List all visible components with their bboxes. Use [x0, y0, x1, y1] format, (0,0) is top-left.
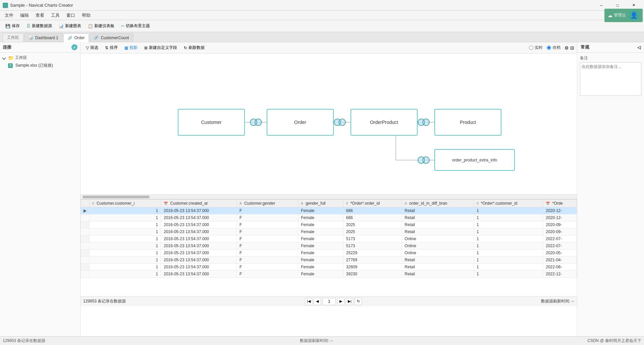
h-scroll-thumb[interactable] — [83, 196, 150, 198]
table-cell: Female — [298, 257, 343, 264]
col-header-order-brand[interactable]: A order_id_in_diff_bran — [402, 200, 474, 207]
tree-file-label: Sample.xlsx (已链接) — [15, 63, 53, 68]
last-page-btn[interactable]: ▶| — [346, 298, 353, 305]
col-icon-7: 📅 — [546, 202, 550, 205]
tree-item-workspace[interactable]: 📁 工作区 — [1, 54, 79, 62]
order-tab-icon: 🔗 — [68, 36, 72, 40]
menu-window[interactable]: 窗口 — [63, 11, 78, 20]
diagram-area[interactable]: Customer Order OrderProduct — [80, 54, 577, 194]
col-header-gender-full[interactable]: A gender_full — [298, 200, 343, 207]
cloud-icon: ☁ — [608, 13, 612, 18]
row-indicator-header — [81, 200, 90, 207]
table-cell: 1 — [90, 257, 161, 264]
table-cell: 2020-09- — [543, 228, 577, 235]
col-header-order-date[interactable]: 📅 *Orde — [543, 200, 577, 207]
table-row: 12016-05-23 13:54:37.000FFemale5173Onlin… — [81, 235, 577, 243]
row-indicator-cell — [81, 243, 90, 250]
entity-order[interactable]: Order — [267, 109, 334, 136]
menu-tools[interactable]: 工具 — [48, 11, 63, 20]
save-button[interactable]: 💾 保存 — [3, 22, 22, 30]
row-indicator-cell — [81, 214, 90, 221]
tab-workspace-label: 工作区 — [7, 35, 19, 41]
table-cell: F — [237, 228, 298, 235]
workspace-icon: 📁 — [8, 55, 14, 61]
data-grid-scroll[interactable]: # Customer.customer_i 📅 Customer.created… — [80, 199, 577, 296]
table-cell: F — [237, 221, 298, 228]
table-cell: Retail — [402, 228, 474, 235]
col-icon-5: A — [405, 202, 407, 205]
col-header-customer-id[interactable]: # Customer.customer_i — [90, 200, 161, 207]
entity-order-product-extra[interactable]: order_product_extra_info — [434, 149, 515, 171]
settings-panel-btn[interactable]: ⚙ — [565, 45, 569, 51]
diagram-h-scrollbar[interactable] — [80, 194, 577, 199]
sidebar-add-button[interactable]: + — [71, 44, 77, 50]
row-indicator-cell — [81, 228, 90, 235]
col-icon-3: A — [301, 202, 303, 205]
table-cell: Female — [298, 250, 343, 257]
new-custom-field-button[interactable]: ⊞ 新建自定义字段 — [142, 44, 180, 52]
menu-view[interactable]: 查看 — [32, 11, 48, 20]
page-input[interactable] — [322, 298, 336, 305]
refresh-data-button[interactable]: ↻ 刷新数据 — [181, 44, 207, 52]
new-datasource-button[interactable]: 🗄 新建数据源 — [24, 22, 55, 30]
entity-extra-label: order_product_extra_info — [452, 158, 497, 162]
col-header-created-at[interactable]: 📅 Customer.created_at — [161, 200, 237, 207]
realtime-radio[interactable]: 实时 — [529, 45, 543, 51]
table-cell: Female — [298, 235, 343, 243]
table-cell: 1 — [90, 235, 161, 243]
new-chart-button[interactable]: 📊 新建图表 — [56, 22, 84, 30]
sidebar-header: 连接 + — [0, 42, 80, 53]
archive-radio-input[interactable] — [547, 46, 551, 50]
projection-button[interactable]: ▦ 投影 — [122, 44, 140, 52]
entity-customer[interactable]: Customer — [178, 109, 245, 136]
tab-order[interactable]: 🔗 Order — [63, 33, 89, 42]
refresh-btn[interactable]: ↻ — [355, 298, 362, 305]
table-cell: 1 — [474, 250, 543, 257]
tab-dashboard1[interactable]: 📊 Dashboard 1 — [24, 33, 63, 42]
table-cell: Female — [298, 207, 343, 214]
expand-icon — [2, 56, 6, 60]
right-panel-title: 常规 — [581, 44, 589, 50]
row-indicator-cell — [81, 257, 90, 264]
manager-cloud-btn[interactable]: ☁ 管理云 👤 — [604, 9, 643, 22]
table-cell: 2016-05-23 13:54:37.000 — [161, 257, 237, 264]
table-cell: 686 — [343, 207, 402, 214]
next-page-btn[interactable]: ▶ — [337, 298, 344, 305]
entity-orderproduct[interactable]: OrderProduct — [351, 109, 418, 136]
filter-button[interactable]: ▽ 筛选 — [83, 44, 101, 52]
table-cell: 1 — [90, 271, 161, 278]
tab-workspace[interactable]: 工作区 — [3, 33, 23, 42]
prev-page-btn[interactable]: ◀ — [314, 298, 321, 305]
new-dashboard-button[interactable]: 📋 新建仪表板 — [85, 22, 117, 30]
table-cell: 27769 — [343, 257, 402, 264]
col-header-order-id[interactable]: # *Order*.order_id — [343, 200, 402, 207]
col-header-customer-id2[interactable]: # *Order*.customer_id — [474, 200, 543, 207]
first-page-btn[interactable]: |◀ — [305, 298, 312, 305]
panel-controls: ⚙ ⊟ — [565, 45, 574, 51]
realtime-radio-input[interactable] — [529, 46, 533, 50]
menu-file[interactable]: 文件 — [1, 11, 17, 20]
filter-icon: ▽ — [86, 46, 89, 50]
menu-bar: 文件 编辑 查看 工具 窗口 帮助 ☁ 管理云 👤 — [0, 11, 644, 20]
menu-edit[interactable]: 编辑 — [17, 11, 32, 20]
sidebar-tree: 📁 工作区 X Sample.xlsx (已链接) — [0, 53, 80, 71]
tab-customercount[interactable]: 🔗 CustomerCount — [90, 33, 133, 42]
table-cell: Retail — [402, 271, 474, 278]
table-cell: 1 — [474, 264, 543, 271]
entity-product-label: Product — [460, 120, 476, 125]
expand-panel-icon: ◁ — [637, 45, 641, 50]
split-panel-btn[interactable]: ⊟ — [570, 45, 574, 51]
table-cell: Female — [298, 243, 343, 250]
tree-item-file[interactable]: X Sample.xlsx (已链接) — [1, 62, 79, 69]
tree-workspace-label: 工作区 — [15, 55, 27, 61]
projection-icon: ▦ — [124, 46, 128, 50]
menu-help[interactable]: 帮助 — [78, 11, 94, 20]
archive-radio[interactable]: 存档 — [547, 45, 560, 51]
sort-button[interactable]: ⇅ 排序 — [102, 44, 120, 52]
join-symbol-4 — [418, 156, 430, 164]
table-cell: 2025 — [343, 221, 402, 228]
col-header-gender[interactable]: A Customer.gender — [237, 200, 298, 207]
entity-product[interactable]: Product — [434, 109, 501, 136]
notes-textarea[interactable] — [580, 62, 641, 96]
switch-theme-button[interactable]: ✂ 切换布景主题 — [118, 22, 153, 30]
